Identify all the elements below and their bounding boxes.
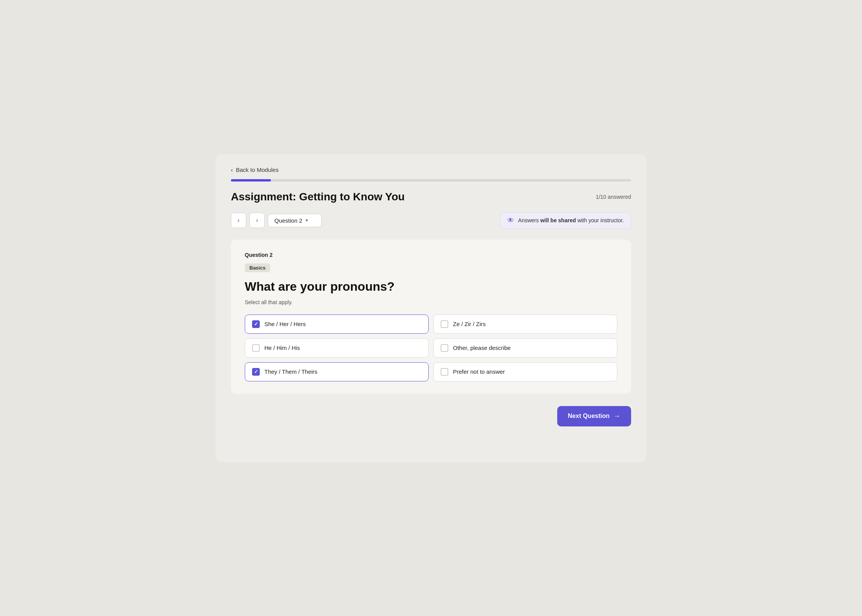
option-he[interactable]: He / Him / His: [245, 338, 429, 358]
nav-left: ‹ › Question 2 ▾: [231, 213, 322, 228]
checkbox-he[interactable]: [252, 344, 260, 352]
assignment-title: Assignment: Getting to Know You: [231, 191, 405, 203]
option-they-label: They / Them / Theirs: [264, 368, 317, 375]
category-badge: Basics: [245, 263, 270, 272]
answered-count: 1/10 answered: [596, 194, 631, 200]
option-prefer-label: Prefer not to answer: [453, 368, 505, 375]
arrow-right-icon: →: [613, 412, 620, 420]
options-grid: She / Her / Hers Ze / Zir / Zirs He / Hi…: [245, 315, 617, 381]
option-she-label: She / Her / Hers: [264, 321, 306, 327]
option-ze[interactable]: Ze / Zir / Zirs: [433, 315, 617, 334]
option-she[interactable]: She / Her / Hers: [245, 315, 429, 334]
next-question-button[interactable]: Next Question →: [557, 406, 631, 426]
question-text: What are your pronouns?: [245, 279, 617, 294]
back-to-modules-link[interactable]: ‹ Back to Modules: [231, 166, 631, 173]
checkbox-other[interactable]: [441, 344, 448, 352]
back-label: Back to Modules: [236, 166, 279, 173]
chevron-down-icon: ▾: [306, 218, 308, 223]
option-ze-label: Ze / Zir / Zirs: [453, 321, 486, 327]
eye-icon: 👁: [507, 216, 514, 225]
next-icon: ›: [256, 217, 258, 224]
app-container: ‹ Back to Modules Assignment: Getting to…: [216, 154, 646, 462]
header-row: Assignment: Getting to Know You 1/10 ans…: [231, 191, 631, 203]
prev-icon: ‹: [237, 217, 239, 224]
next-question-nav-button[interactable]: ›: [249, 213, 265, 228]
question-dropdown[interactable]: Question 2 ▾: [268, 214, 322, 227]
checkbox-they[interactable]: [252, 368, 260, 376]
progress-bar-container: [231, 179, 631, 181]
next-question-label: Next Question: [568, 413, 610, 420]
shared-notice-text: Answers will be shared with your instruc…: [518, 217, 624, 223]
checkbox-she[interactable]: [252, 320, 260, 328]
question-card: Question 2 Basics What are your pronouns…: [231, 240, 631, 394]
back-chevron-icon: ‹: [231, 166, 233, 173]
instruction-text: Select all that apply.: [245, 299, 617, 305]
option-they[interactable]: They / Them / Theirs: [245, 362, 429, 381]
question-number-label: Question 2: [245, 252, 617, 258]
footer-row: Next Question →: [231, 406, 631, 426]
progress-bar-fill: [231, 179, 271, 181]
prev-question-button[interactable]: ‹: [231, 213, 246, 228]
option-other-label: Other, please describe: [453, 345, 511, 351]
question-dropdown-label: Question 2: [274, 217, 302, 224]
option-other[interactable]: Other, please describe: [433, 338, 617, 358]
shared-notice: 👁 Answers will be shared with your instr…: [500, 212, 631, 229]
checkbox-prefer[interactable]: [441, 368, 448, 376]
nav-row: ‹ › Question 2 ▾ 👁 Answers will be share…: [231, 212, 631, 229]
option-he-label: He / Him / His: [264, 345, 300, 351]
checkbox-ze[interactable]: [441, 320, 448, 328]
option-prefer[interactable]: Prefer not to answer: [433, 362, 617, 381]
